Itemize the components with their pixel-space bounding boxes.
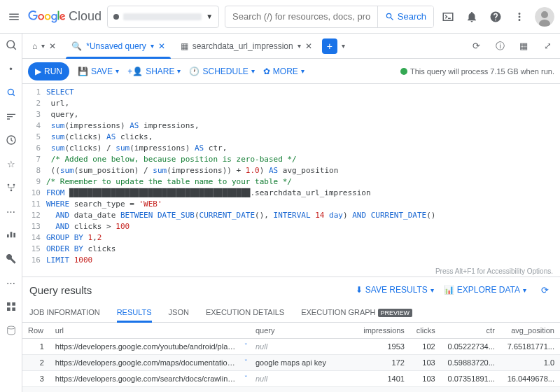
nav-more-dots2[interactable]: ⋯ [4,276,18,290]
nav-grid-icon[interactable] [4,300,18,314]
table-icon: ▦ [181,41,188,51]
tab-unsaved-query[interactable]: 🔍 *Unsaved query ▾ ✕ [66,36,170,56]
query-validation-status: This query will process 7.15 GB when run… [400,67,554,76]
col-row: Row [22,323,50,339]
close-icon[interactable]: ✕ [305,41,312,51]
notifications-icon[interactable] [463,8,480,25]
save-button[interactable]: 💾SAVE▾ [78,66,119,76]
col-ctr: ctr [441,323,500,339]
home-icon: ⌂ [32,41,37,51]
nav-chart-icon[interactable] [4,228,18,242]
cloud-shell-icon[interactable] [440,8,456,25]
svg-point-0 [7,41,15,48]
col-query: query [250,323,357,339]
share-button[interactable]: +👤SHARE▾ [127,66,181,76]
main-panel: ⌂ ▾ ✕ 🔍 *Unsaved query ▾ ✕ ▦ searchdata_… [22,34,560,392]
expand-icon[interactable]: ˇ [245,375,247,383]
project-dot-icon [113,14,119,20]
tab-home[interactable]: ⌂ ▾ ✕ [27,36,62,56]
expand-icon[interactable]: ˇ [245,359,247,367]
table-header-row: Row url query impressions clicks ctr avg… [22,323,560,339]
expand-icon[interactable]: ˇ [245,343,247,351]
tab-exec-details[interactable]: EXECUTION DETAILS [206,302,284,322]
play-icon: ▶ [35,66,41,76]
chevron-down-icon: ▼ [206,13,213,20]
results-tabs: JOB INFORMATION RESULTS JSON EXECUTION D… [22,302,560,323]
hamburger-menu-icon[interactable] [6,8,22,25]
col-url: url [50,323,250,339]
table-view-icon[interactable]: ▦ [515,38,532,55]
info-icon[interactable]: ⓘ [491,38,508,55]
explore-data-button[interactable]: 📊EXPLORE DATA▾ [444,285,526,295]
svg-rect-6 [7,302,10,306]
add-tab-button[interactable]: + [322,38,337,54]
editor-tabs: ⌂ ▾ ✕ 🔍 *Unsaved query ▾ ✕ ▦ searchdata_… [22,34,560,59]
more-menu-icon[interactable] [511,8,528,25]
nav-settings-icon[interactable] [4,109,18,123]
header-utilities [440,7,554,27]
svg-rect-7 [12,302,15,306]
search-button[interactable]: Search [377,6,433,27]
expand-icon[interactable]: ⤢ [539,38,556,55]
svg-rect-9 [12,307,15,311]
svg-rect-8 [7,307,10,311]
nav-more-dots[interactable]: ⋯ [4,204,18,218]
table-row[interactable]: 2https://developers.google.com/maps/docu… [22,355,560,371]
nav-db-icon[interactable] [4,323,18,337]
close-icon[interactable]: ✕ [49,41,56,51]
logo-text: Cloud [69,9,102,24]
success-dot-icon [400,68,407,75]
tab-table[interactable]: ▦ searchdata_url_impression ▾ ✕ [175,36,318,56]
save-results-button[interactable]: ⬇SAVE RESULTS▾ [356,285,434,295]
results-header: Query results ⬇SAVE RESULTS▾ 📊EXPLORE DA… [22,277,560,302]
nav-history-icon[interactable] [4,133,18,147]
table-row[interactable]: 1https://developers.google.com/youtube/a… [22,339,560,355]
project-selector[interactable]: ▼ [107,6,219,28]
refresh-icon[interactable]: ⟳ [468,38,484,55]
search-input[interactable] [225,11,377,22]
schedule-button[interactable]: 🕐SCHEDULE▾ [189,66,254,76]
left-nav: • ☆ ⋯ ⋯ [0,34,22,392]
col-clicks: clicks [410,323,441,339]
user-avatar[interactable] [535,7,554,27]
run-button[interactable]: ▶ RUN [28,62,69,80]
nav-bq-icon[interactable] [4,38,18,52]
tab-exec-graph[interactable]: EXECUTION GRAPHPREVIEW [301,302,412,322]
svg-point-5 [10,190,12,192]
nav-star-icon[interactable]: ☆ [4,157,18,171]
svg-point-3 [7,184,9,186]
col-impressions: impressions [357,323,410,339]
refresh-results-icon[interactable]: ⟳ [536,281,553,298]
results-table[interactable]: Row url query impressions clicks ctr avg… [22,323,560,392]
close-icon[interactable]: ✕ [158,41,165,51]
svg-point-10 [7,326,15,329]
more-button[interactable]: ✿MORE▾ [263,66,304,76]
help-icon[interactable] [487,8,504,25]
tab-job-info[interactable]: JOB INFORMATION [29,302,100,322]
nav-query-icon[interactable] [4,85,18,99]
global-search: Search [225,6,434,28]
table-row[interactable]: 3https://developers.google.com/search/do… [22,371,560,387]
svg-point-4 [13,184,15,186]
nav-wrench-icon[interactable] [4,252,18,266]
tab-results[interactable]: RESULTS [117,302,152,322]
query-toolbar: ▶ RUN 💾SAVE▾ +👤SHARE▾ 🕐SCHEDULE▾ ✿MORE▾ … [22,59,560,84]
table-row[interactable]: 4https://developers.google.com/apps-scri… [22,387,560,393]
google-cloud-logo[interactable]: Cloud [28,9,102,24]
global-header: Cloud ▼ Search [0,0,560,34]
results-title: Query results [29,284,92,296]
query-icon: 🔍 [71,41,82,51]
col-avg: avg_position [500,323,560,339]
nav-dot-icon[interactable]: • [4,62,18,76]
accessibility-hint: Press Alt+F1 for Accessibility Options. [22,266,560,277]
tab-json[interactable]: JSON [169,302,189,322]
sql-editor[interactable]: 12345678910111213141516 SELECT url, quer… [22,84,560,266]
nav-branch-icon[interactable] [4,181,18,195]
project-name-redacted [123,13,202,20]
